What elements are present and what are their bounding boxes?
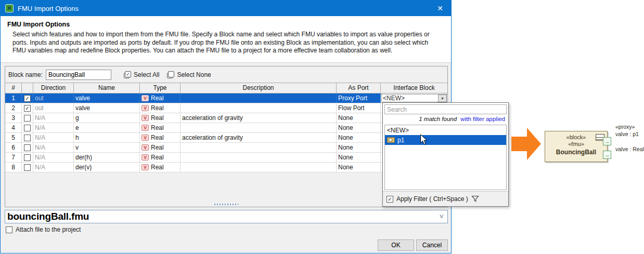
dropdown-arrow-button[interactable]: ▼ — [438, 95, 447, 102]
interface-block-combo[interactable]: <NEW>▼ — [381, 93, 447, 103]
type-label: Real — [151, 163, 164, 172]
checkbox-cell — [22, 113, 33, 123]
row-checkbox[interactable] — [24, 95, 31, 102]
interface-block-value: <NEW> — [381, 94, 438, 103]
dropdown-search-input[interactable] — [384, 104, 507, 114]
type-cell: VReal — [140, 103, 181, 113]
value-type-icon: V — [141, 105, 149, 111]
flow-port[interactable]: → — [603, 151, 611, 159]
dropdown-item-label: <NEW> — [387, 127, 409, 134]
row-number: 3 — [5, 113, 22, 123]
name-cell: h — [74, 133, 140, 142]
value-type-icon: V — [141, 164, 149, 170]
value-type-icon: V — [141, 154, 149, 161]
as-port-cell: None — [337, 153, 381, 162]
table-row[interactable]: 5N/AhVRealacceleration of gravityNone — [5, 133, 447, 143]
titlebar[interactable]: ✕ FMU Import Options ✕ — [1, 1, 451, 16]
row-number: 6 — [5, 143, 22, 152]
attach-file-label: Attach file to the project — [16, 226, 81, 233]
direction-cell: N/A — [33, 133, 74, 142]
row-checkbox[interactable] — [24, 115, 31, 122]
row-checkbox[interactable] — [24, 144, 31, 151]
table-row[interactable]: 2outvalveVRealFlow Port — [5, 103, 447, 113]
direction-cell: out — [33, 103, 74, 113]
column-header: Description — [181, 83, 337, 93]
port2-label: valve : Real — [615, 146, 644, 152]
apply-filter-checkbox[interactable] — [387, 196, 393, 203]
fmu-file-combo[interactable]: bouncingBall.fmu ˅ — [5, 210, 448, 223]
direction-cell: N/A — [33, 123, 74, 132]
dropdown-footer: Apply Filter ( Ctrl+Space ) — [383, 191, 508, 206]
match-text: 1 match found — [419, 116, 457, 122]
attach-file-checkbox[interactable] — [6, 226, 12, 233]
section-title: FMU Import Options — [7, 21, 451, 28]
close-button[interactable]: ✕ — [429, 1, 451, 16]
port1-label: valve : p1 — [615, 131, 639, 137]
proxy-port[interactable]: → — [603, 137, 611, 145]
section-description: Select which features and how to import … — [12, 31, 443, 55]
row-checkbox[interactable] — [24, 154, 31, 161]
table-row[interactable]: 6N/AvVRealNone — [5, 143, 447, 153]
row-checkbox[interactable] — [24, 164, 31, 171]
select-none-icon — [167, 71, 174, 78]
fmu-file-value: bouncingBall.fmu — [5, 211, 89, 222]
value-type-icon: V — [141, 115, 149, 121]
checkbox-cell — [22, 103, 33, 113]
name-cell: der(h) — [74, 153, 140, 162]
column-header: As Port — [337, 83, 381, 93]
checkbox-cell — [22, 93, 33, 103]
screen: ✕ FMU Import Options ✕ FMU Import Option… — [0, 0, 644, 254]
column-header — [22, 83, 33, 93]
block-name-text: BouncingBall — [545, 148, 607, 156]
table-body: 1outvalveVRealProxy Port<NEW>▼2outvalveV… — [5, 93, 447, 172]
row-checkbox[interactable] — [24, 135, 31, 141]
dropdown-item[interactable]: <NEW> — [385, 125, 506, 135]
checkbox-cell — [22, 123, 33, 132]
table-row[interactable]: 3N/AgVRealacceleration of gravityNone — [5, 113, 447, 123]
description-cell — [181, 163, 337, 172]
name-cell: valve — [74, 103, 140, 113]
value-type-icon: V — [141, 144, 149, 151]
select-none-button[interactable]: Select None — [167, 71, 211, 78]
value-type-icon: V — [141, 95, 149, 101]
description-cell — [181, 143, 337, 152]
column-header: Type — [140, 83, 181, 93]
description-cell: acceleration of gravity — [181, 133, 337, 142]
column-header: Interface Block — [381, 83, 447, 93]
block-name-input[interactable] — [46, 70, 111, 80]
dropdown-list: <NEW>p1 — [384, 125, 507, 190]
options-panel: Block name: Select All Select None #Dire… — [5, 66, 448, 207]
table-row[interactable]: 1outvalveVRealProxy Port<NEW>▼ — [5, 93, 447, 103]
dropdown-item[interactable]: p1 — [385, 135, 506, 145]
ok-button[interactable]: OK — [378, 239, 414, 251]
checkbox-cell — [22, 153, 33, 162]
checkbox-cell — [22, 133, 33, 142]
row-checkbox[interactable] — [24, 105, 31, 112]
app-icon: ✕ — [5, 4, 14, 12]
chevron-down-icon[interactable]: ˅ — [440, 212, 447, 221]
type-label: Real — [151, 153, 164, 162]
table-row[interactable]: 7N/Ader(h)VRealNone — [5, 153, 447, 163]
row-number: 7 — [5, 153, 22, 162]
dropdown-item-label: p1 — [397, 137, 404, 144]
name-cell: der(v) — [74, 163, 140, 172]
type-cell: VReal — [140, 143, 181, 152]
filter-applied-link[interactable]: with filter applied — [460, 116, 505, 122]
splitter-handle[interactable] — [214, 204, 238, 205]
table-row[interactable]: 4N/AeVRealNone — [5, 123, 447, 133]
type-label: Real — [151, 133, 164, 142]
row-number: 8 — [5, 163, 22, 172]
fmu-block[interactable]: «block» «fmu» BouncingBall — [545, 131, 608, 162]
filter-icon[interactable] — [471, 195, 479, 203]
apply-filter-label: Apply Filter ( Ctrl+Space ) — [396, 195, 468, 203]
description-cell: acceleration of gravity — [181, 113, 337, 123]
row-number: 4 — [5, 123, 22, 132]
column-header: Direction — [33, 83, 74, 93]
select-all-button[interactable]: Select All — [124, 71, 159, 78]
table-row[interactable]: 8N/Ader(v)VRealNone — [5, 163, 447, 172]
type-cell: VReal — [140, 93, 181, 103]
cancel-button[interactable]: Cancel — [416, 239, 448, 251]
row-checkbox[interactable] — [24, 125, 31, 131]
result-arrow-icon — [511, 127, 542, 161]
type-cell: VReal — [140, 123, 181, 132]
